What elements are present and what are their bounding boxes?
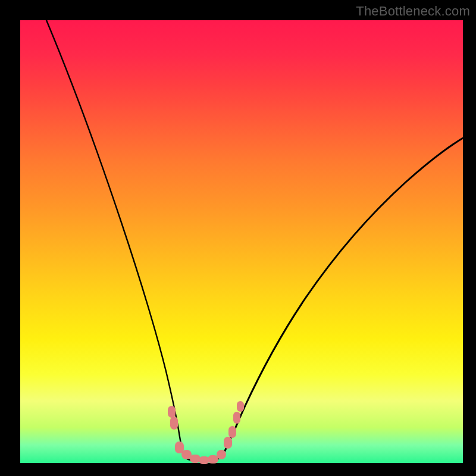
marker-dot xyxy=(170,416,178,430)
marker-dot xyxy=(217,450,226,459)
marker-dot xyxy=(228,426,236,438)
marker-dot xyxy=(190,455,201,463)
marker-dot xyxy=(168,406,176,418)
marker-dot xyxy=(175,441,184,453)
curve-right-branch xyxy=(221,138,463,458)
chart-svg xyxy=(20,20,463,463)
outer-frame: TheBottleneck.com xyxy=(0,0,476,476)
curve-left-branch xyxy=(46,20,184,458)
marker-dot xyxy=(233,412,240,424)
plot-area xyxy=(20,20,463,463)
marker-dot xyxy=(224,437,232,449)
marker-dot xyxy=(237,401,244,412)
marker-dot xyxy=(208,455,218,464)
watermark-text: TheBottleneck.com xyxy=(356,4,470,19)
